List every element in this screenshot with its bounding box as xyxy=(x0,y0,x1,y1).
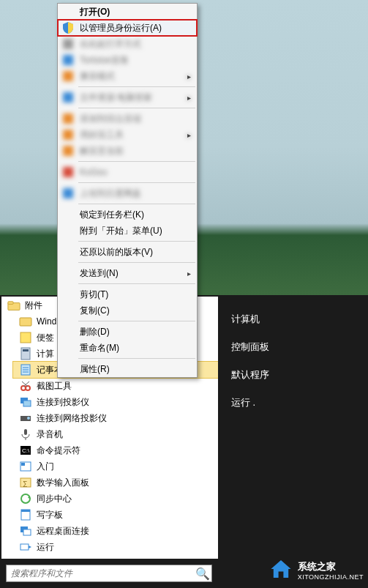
program-item-remote-desktop[interactable]: 远程桌面连接 xyxy=(13,523,218,539)
sync-center-icon xyxy=(19,492,32,505)
svg-rect-2 xyxy=(20,318,31,326)
program-label: Wind xyxy=(37,316,56,327)
cm-blurred-item[interactable]: Tortoise选项 xyxy=(58,52,197,68)
svg-rect-40 xyxy=(63,146,73,156)
svg-rect-32 xyxy=(20,544,29,550)
program-label: 同步中心 xyxy=(37,493,72,505)
search-input[interactable] xyxy=(7,568,194,578)
cm-rename[interactable]: 重命名(M) xyxy=(58,340,197,356)
generic-icon xyxy=(61,112,75,125)
watermark-text: 系统之家 XITONGZHIJIA.NET xyxy=(298,560,364,581)
cm-copy[interactable]: 复制(C) xyxy=(58,302,197,319)
program-label: 录音机 xyxy=(37,428,63,441)
svg-text:∑: ∑ xyxy=(23,480,27,487)
search-row: 🔍 xyxy=(0,559,218,588)
program-item-getting-started[interactable]: 入门 xyxy=(13,458,218,475)
cm-cut[interactable]: 剪切(T) xyxy=(58,286,197,302)
cm-send-to[interactable]: 发送到(N) xyxy=(58,265,197,281)
sticky-notes-icon xyxy=(19,331,32,344)
cm-blurred-item[interactable]: 解压至当前 xyxy=(58,143,197,159)
accessories-folder-label: 附件 xyxy=(25,299,42,312)
cm-open[interactable]: 打开(O) xyxy=(58,4,197,20)
svg-marker-33 xyxy=(29,546,31,548)
cm-blurred-item[interactable]: KuGou xyxy=(58,164,197,180)
program-item-cmd[interactable]: C:\ 命令提示符 xyxy=(13,442,218,458)
svg-rect-41 xyxy=(63,167,73,177)
program-item-projector[interactable]: 连接到投影仪 xyxy=(13,394,218,410)
separator xyxy=(78,161,195,162)
watermark: 系统之家 XITONGZHIJIA.NET xyxy=(269,557,364,584)
separator xyxy=(78,241,195,242)
generic-icon xyxy=(61,187,75,200)
svg-rect-1 xyxy=(8,301,13,304)
cm-blurred-item[interactable]: 兼容模式 xyxy=(58,68,197,84)
start-right-pane: 计算机 控制面板 默认程序 运行 . xyxy=(218,295,368,588)
program-label: 运行 xyxy=(37,541,54,554)
cm-blurred-item[interactable]: 用好压工具 xyxy=(58,127,197,143)
cm-blurred-item[interactable]: 在此处打开方式 xyxy=(58,36,197,52)
calculator-icon xyxy=(19,347,32,360)
generic-icon xyxy=(61,128,75,141)
svg-rect-34 xyxy=(63,39,73,49)
cmd-icon: C:\ xyxy=(19,444,32,457)
program-label: 便签 xyxy=(37,332,54,344)
cm-blurred-item[interactable]: 上传到百度网盘 xyxy=(58,185,197,201)
svg-marker-43 xyxy=(271,560,290,578)
explorer-icon xyxy=(19,315,32,328)
svg-rect-35 xyxy=(63,55,73,65)
right-item-default-programs[interactable]: 默认程序 xyxy=(218,361,368,389)
cm-pin-taskbar[interactable]: 锁定到任务栏(K) xyxy=(58,206,197,223)
program-label: 连接到网络投影仪 xyxy=(37,412,107,425)
separator xyxy=(78,86,195,87)
svg-rect-38 xyxy=(63,113,73,124)
program-item-run[interactable]: 运行 xyxy=(13,539,218,555)
generic-icon xyxy=(61,37,75,51)
program-item-sync-center[interactable]: 同步中心 xyxy=(13,491,218,507)
svg-point-17 xyxy=(27,417,30,420)
right-item-computer[interactable]: 计算机 xyxy=(218,305,368,333)
program-label: 连接到投影仪 xyxy=(37,396,89,409)
run-icon xyxy=(19,540,32,554)
separator xyxy=(78,283,195,284)
projector-icon xyxy=(19,395,32,409)
cm-open-label: 打开(O) xyxy=(80,6,110,18)
program-item-math-input[interactable]: ∑ 数学输入面板 xyxy=(13,475,218,491)
program-item-network-projector[interactable]: 连接到网络投影仪 xyxy=(13,410,218,426)
cm-run-as-admin[interactable]: 以管理员身份运行(A) xyxy=(58,20,197,36)
svg-rect-31 xyxy=(23,529,31,535)
math-input-icon: ∑ xyxy=(19,476,32,489)
svg-rect-15 xyxy=(23,401,31,406)
svg-rect-42 xyxy=(63,188,73,198)
watermark-sub: XITONGZHIJIA.NET xyxy=(298,573,364,581)
svg-rect-3 xyxy=(20,332,31,343)
program-label: 计算 xyxy=(37,348,54,360)
cm-properties[interactable]: 属性(R) xyxy=(58,361,197,377)
shield-icon xyxy=(61,21,75,34)
program-item-wordpad[interactable]: 写字板 xyxy=(13,507,218,523)
svg-rect-5 xyxy=(23,349,29,351)
program-item-sound-recorder[interactable]: 录音机 xyxy=(13,426,218,442)
notepad-icon xyxy=(19,363,32,376)
network-projector-icon xyxy=(19,412,32,425)
cm-delete[interactable]: 删除(D) xyxy=(58,324,197,340)
snipping-tool-icon xyxy=(19,379,32,392)
cm-blurred-item[interactable]: 添加到综合压缩 xyxy=(58,111,197,127)
program-item-snipping-tool[interactable]: 截图工具 xyxy=(13,378,218,394)
program-label: 远程桌面连接 xyxy=(37,525,89,537)
program-label: 截图工具 xyxy=(37,380,72,392)
watermark-title: 系统之家 xyxy=(298,560,364,573)
separator xyxy=(78,358,195,359)
search-box[interactable]: 🔍 xyxy=(6,565,212,582)
separator xyxy=(78,321,195,321)
separator xyxy=(78,204,195,204)
cm-blurred-item[interactable]: 文件资源 电脑管家 xyxy=(58,89,197,105)
svg-rect-37 xyxy=(63,92,73,103)
right-item-control-panel[interactable]: 控制面板 xyxy=(218,333,368,361)
search-icon[interactable]: 🔍 xyxy=(194,567,211,581)
cm-restore-versions[interactable]: 还原以前的版本(V) xyxy=(58,244,197,260)
svg-text:C:\: C:\ xyxy=(22,447,30,454)
cm-pin-start[interactable]: 附到「开始」菜单(U) xyxy=(58,223,197,239)
svg-marker-23 xyxy=(21,463,25,466)
program-label: 入门 xyxy=(37,461,54,473)
right-item-run[interactable]: 运行 . xyxy=(218,389,368,417)
